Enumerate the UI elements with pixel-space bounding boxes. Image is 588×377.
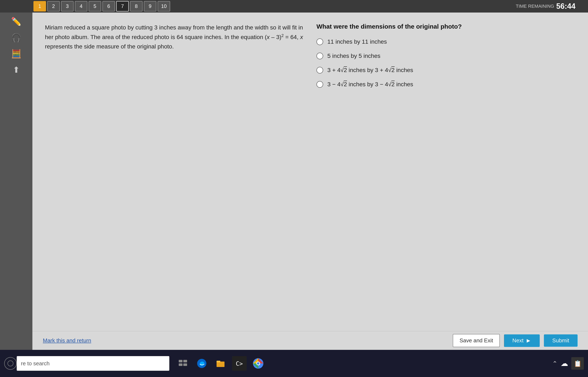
q-tab-8[interactable]: 8 [130,1,143,12]
svg-point-13 [257,362,259,365]
svg-rect-2 [183,360,187,362]
question-right: What were the dimensions of the original… [317,23,576,339]
chevron-up-icon[interactable]: ⌃ [552,360,557,367]
radio-a[interactable] [317,38,323,45]
main-content: Miriam reduced a square photo by cutting… [32,12,588,350]
answer-option-d[interactable]: 3 − 4√2 inches by 3 − 4√2 inches [317,81,576,88]
timer-value: 56:44 [556,2,576,11]
radio-c[interactable] [317,67,323,73]
taskbar: re to search [0,350,588,377]
question-tabs: 1 2 3 4 5 6 7 8 9 10 [34,0,170,12]
q-tab-2[interactable]: 2 [47,1,60,12]
radio-d[interactable] [317,81,323,88]
question-text: Miriam reduced a square photo by cutting… [45,23,304,51]
mark-return-link[interactable]: Mark this and return [43,337,91,344]
windows-search-icon[interactable] [4,357,17,370]
notification-icon[interactable]: 📋 [571,357,584,370]
answer-text-b: 5 inches by 5 inches [327,53,380,59]
question-left: Miriam reduced a square photo by cutting… [45,23,304,339]
answer-text-c: 3 + 4√2 inches by 3 + 4√2 inches [327,67,413,73]
chrome-icon[interactable] [251,356,266,371]
q-tab-3[interactable]: 3 [61,1,74,12]
bottom-buttons: Save and Exit Next ► Submit [453,334,577,347]
svg-point-0 [8,361,13,366]
calculator-icon[interactable]: 🧮 [11,49,22,59]
q-tab-10[interactable]: 10 [158,1,170,12]
taskbar-right: ⌃ ☁ 📋 [552,357,584,370]
edge-icon[interactable] [194,356,209,371]
answer-option-c[interactable]: 3 + 4√2 inches by 3 + 4√2 inches [317,67,576,73]
pencil-icon[interactable]: ✏️ [11,17,22,26]
svg-rect-7 [217,361,220,362]
question-area: Miriam reduced a square photo by cutting… [32,12,588,350]
file-explorer-icon[interactable] [213,356,228,371]
radio-b[interactable] [317,53,323,59]
q-tab-1[interactable]: 1 [34,1,46,12]
q-tab-7[interactable]: 7 [116,1,129,12]
bottom-bar: Mark this and return Save and Exit Next … [32,331,588,350]
terminal-icon[interactable]: C> [232,356,247,371]
flag-icon[interactable]: ⬆ [13,65,20,75]
next-label: Next [512,337,523,344]
task-view-icon[interactable] [176,356,190,371]
answer-text-d: 3 − 4√2 inches by 3 − 4√2 inches [327,81,413,88]
submit-button[interactable]: Submit [544,334,577,347]
timer-label: TIME REMAINING [516,4,554,9]
next-arrow-icon: ► [526,337,531,344]
svg-rect-3 [179,364,183,366]
search-placeholder: re to search [21,360,49,367]
next-button[interactable]: Next ► [504,334,540,347]
search-box[interactable]: re to search [17,356,169,371]
answer-text-a: 11 inches by 11 inches [327,38,387,45]
cloud-icon[interactable]: ☁ [561,359,568,368]
answer-heading: What were the dimensions of the original… [317,23,576,30]
q-tab-4[interactable]: 4 [75,1,87,12]
answer-option-a[interactable]: 11 inches by 11 inches [317,38,576,45]
q-tab-5[interactable]: 5 [89,1,101,12]
q-tab-6[interactable]: 6 [102,1,115,12]
sidebar: ✏️ 🎧 🧮 ⬆ [0,12,32,350]
answer-option-b[interactable]: 5 inches by 5 inches [317,53,576,59]
headphones-icon[interactable]: 🎧 [11,33,22,43]
q-tab-9[interactable]: 9 [144,1,156,12]
svg-text:C>: C> [236,360,243,367]
svg-rect-1 [179,360,183,362]
save-exit-button[interactable]: Save and Exit [453,334,500,347]
svg-rect-4 [183,364,187,366]
taskbar-icons: C> [176,356,266,371]
